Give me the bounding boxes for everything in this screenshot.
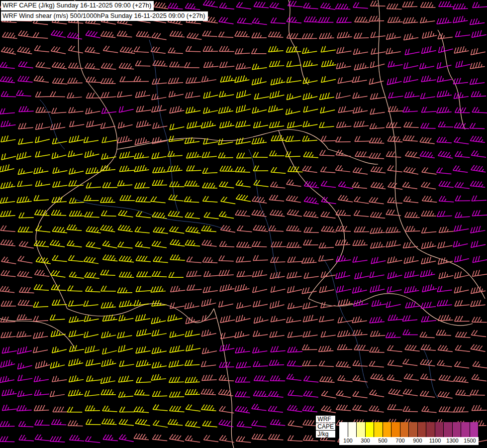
- wind-barb: [271, 135, 286, 141]
- wind-barb: [85, 212, 99, 218]
- wind-barb: [168, 360, 184, 367]
- wind-barb: [184, 196, 199, 202]
- wind-barb: [134, 182, 149, 188]
- wind-barb: [49, 389, 65, 397]
- wind-barb: [168, 211, 184, 217]
- wind-barb: [186, 165, 201, 171]
- wind-barb: [83, 135, 98, 143]
- wind-barb: [200, 328, 216, 336]
- wind-barb: [170, 285, 185, 292]
- wind-barb: [167, 165, 183, 172]
- wind-barb: [118, 241, 133, 248]
- wind-barb: [369, 284, 385, 292]
- wind-barb: [151, 46, 166, 53]
- wind-barb: [268, 45, 284, 52]
- wind-barb: [302, 360, 317, 366]
- wind-barb: [16, 90, 32, 96]
- wind-barb: [439, 181, 454, 188]
- wind-barb: [101, 78, 116, 84]
- wind-barb: [202, 30, 218, 36]
- wind-barb: [302, 91, 318, 100]
- wind-barb: [336, 46, 351, 53]
- wind-barb: [320, 300, 335, 308]
- wind-barb: [473, 361, 487, 368]
- wind-barb: [169, 105, 184, 113]
- wind-barb: [352, 182, 368, 188]
- wind-barb: [351, 285, 367, 293]
- wind-barb: [151, 300, 167, 306]
- wind-barb: [319, 360, 334, 366]
- wind-barb: [201, 374, 217, 380]
- wind-barb: [235, 210, 251, 216]
- legend-tick-label: 700: [395, 438, 404, 444]
- wind-barb: [270, 2, 285, 9]
- wind-barb: [287, 360, 302, 366]
- wind-barb: [236, 436, 252, 442]
- wind-barb: [353, 360, 368, 366]
- wind-barb: [219, 406, 235, 413]
- wind-barb: [388, 165, 403, 172]
- wind-barb: [235, 48, 250, 54]
- wind-barb: [52, 226, 68, 232]
- wind-barb: [86, 241, 101, 248]
- wind-barb: [319, 242, 334, 248]
- wind-barb: [84, 389, 99, 396]
- wind-barb: [403, 17, 418, 23]
- wind-barb: [388, 17, 402, 23]
- wind-barb: [402, 241, 418, 248]
- wind-barb: [19, 212, 34, 218]
- wind-barb: [405, 344, 420, 351]
- wind-barb: [253, 120, 268, 128]
- map-border-line: [289, 0, 308, 85]
- wind-barb: [303, 211, 319, 218]
- wind-barb: [168, 77, 183, 84]
- wind-barb: [320, 2, 336, 9]
- wind-barb: [421, 106, 437, 112]
- wind-barb: [371, 299, 387, 306]
- wind-barb: [118, 224, 133, 231]
- map-border-line: [36, 0, 117, 309]
- wind-barb: [387, 3, 402, 9]
- wind-barb: [235, 300, 251, 308]
- wind-barb: [403, 358, 418, 365]
- wind-barb: [100, 302, 116, 308]
- wind-barb: [100, 358, 116, 367]
- wind-barb: [253, 315, 269, 323]
- wind-barb: [288, 420, 303, 428]
- wind-barb: [420, 137, 435, 144]
- legend-color-cell: [348, 422, 357, 437]
- wind-barb: [287, 120, 302, 128]
- wind-barb: [471, 165, 487, 172]
- wind-barb: [202, 285, 218, 293]
- wind-barb: [471, 330, 487, 336]
- wind-barb: [0, 119, 15, 126]
- wind-barb: [302, 135, 317, 141]
- wind-barb: [353, 62, 369, 70]
- wind-barb: [455, 182, 470, 189]
- wind-barb: [403, 270, 419, 278]
- wind-barb: [186, 226, 201, 233]
- wind-barb: [454, 407, 469, 412]
- wind-barb: [0, 76, 15, 83]
- wind-barb: [288, 435, 302, 441]
- wind-barb: [34, 75, 49, 82]
- wind-barb: [454, 122, 470, 129]
- wind-barb: [235, 314, 251, 322]
- wind-barb: [185, 239, 200, 246]
- legend-tick-label: 300: [361, 438, 370, 444]
- wind-barb: [421, 123, 436, 128]
- wind-barb: [67, 92, 82, 98]
- wind-barb: [455, 30, 470, 37]
- wind-barb: [370, 31, 386, 38]
- wind-barb: [120, 46, 135, 53]
- wind-barb: [36, 62, 51, 69]
- wind-barb: [1, 404, 17, 411]
- wind-barb: [370, 227, 385, 233]
- wind-barb: [134, 76, 149, 82]
- wind-barb: [402, 315, 417, 321]
- wind-barb: [220, 75, 235, 82]
- legend-word-wrf: WRF: [316, 416, 335, 423]
- wind-barb: [17, 46, 33, 54]
- wind-barb: [237, 242, 252, 248]
- wind-barb: [85, 358, 100, 366]
